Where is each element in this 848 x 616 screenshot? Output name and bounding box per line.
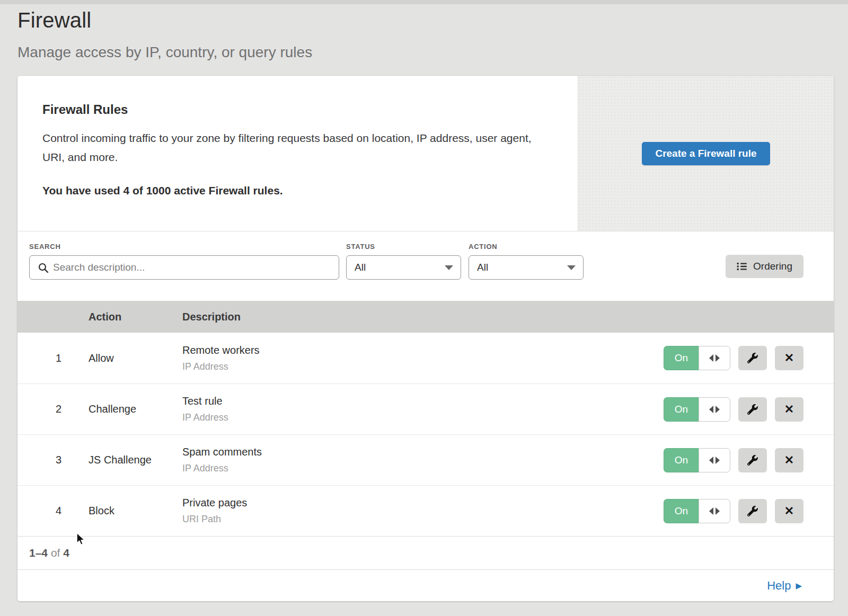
page-subtitle: Manage access by IP, country, or query r…: [17, 44, 848, 61]
intro-text-block: Firewall Rules Control incoming traffic …: [17, 76, 578, 231]
help-link[interactable]: Help ▶: [767, 579, 802, 593]
table-row: 2 Challenge Test rule IP Address On ✕: [17, 383, 834, 434]
rules-table: Action Description 1 Allow Remote worker…: [17, 301, 834, 536]
rule-controls: On ✕: [664, 499, 803, 523]
rule-description: Spam comments: [182, 446, 664, 458]
rule-enabled-toggle[interactable]: On: [664, 397, 730, 422]
wrench-icon: [747, 506, 758, 516]
rule-match-type: IP Address: [182, 361, 664, 372]
delete-rule-button[interactable]: ✕: [775, 397, 803, 422]
rule-action: Allow: [89, 352, 182, 364]
rule-description: Private pages: [182, 497, 664, 509]
close-icon: ✕: [784, 352, 794, 364]
toggle-arrows-icon[interactable]: [699, 448, 730, 472]
status-filter-group: STATUS All: [346, 243, 461, 280]
edit-rule-button[interactable]: [738, 397, 767, 422]
ordering-button[interactable]: Ordering: [726, 255, 803, 278]
filter-bar: SEARCH STATUS All ACTION All: [17, 231, 834, 301]
search-box[interactable]: [29, 255, 339, 280]
action-select-value: All: [477, 262, 488, 273]
close-icon: ✕: [784, 505, 794, 517]
status-label: STATUS: [346, 243, 461, 251]
rule-priority: 2: [17, 403, 89, 415]
rule-action: JS Challenge: [89, 454, 182, 466]
rule-description-cell: Private pages URI Path: [182, 497, 664, 525]
rule-description: Remote workers: [182, 344, 664, 356]
description-column-header: Description: [182, 311, 834, 323]
caret-down-icon: [445, 265, 453, 270]
rule-controls: On ✕: [664, 448, 803, 472]
help-arrow-icon: ▶: [796, 582, 802, 590]
rule-action: Challenge: [89, 403, 182, 415]
close-icon: ✕: [784, 404, 794, 415]
delete-rule-button[interactable]: ✕: [775, 346, 803, 370]
status-select[interactable]: All: [346, 255, 461, 280]
search-icon: [38, 262, 49, 274]
page-top-edge: [0, 0, 848, 4]
intro-description: Control incoming traffic to your zone by…: [42, 129, 546, 166]
help-link-label: Help: [767, 579, 791, 593]
rule-match-type: IP Address: [182, 412, 664, 423]
rule-description-cell: Spam comments IP Address: [182, 446, 664, 474]
pagination-range: 1–4: [29, 547, 48, 559]
rule-priority: 1: [17, 352, 89, 364]
delete-rule-button[interactable]: ✕: [775, 499, 803, 523]
search-group: SEARCH: [29, 243, 339, 280]
firewall-rules-card: Firewall Rules Control incoming traffic …: [17, 76, 834, 601]
action-select[interactable]: All: [469, 255, 584, 280]
toggle-on-label: On: [664, 346, 699, 370]
edit-rule-button[interactable]: [738, 346, 767, 370]
ordering-button-label: Ordering: [753, 261, 792, 272]
intro-heading: Firewall Rules: [42, 102, 556, 117]
caret-down-icon: [567, 265, 576, 270]
delete-rule-button[interactable]: ✕: [775, 448, 803, 472]
table-header: Action Description: [17, 301, 834, 333]
toggle-on-label: On: [664, 499, 699, 523]
rule-match-type: URI Path: [182, 514, 664, 525]
toggle-on-label: On: [664, 397, 699, 422]
toggle-arrows-icon[interactable]: [699, 499, 730, 523]
usage-note: You have used 4 of 1000 active Firewall …: [42, 184, 556, 197]
search-label: SEARCH: [29, 243, 339, 251]
status-select-value: All: [355, 262, 366, 273]
toggle-on-label: On: [664, 448, 699, 472]
pagination-total: 4: [63, 547, 69, 559]
rule-priority: 4: [17, 505, 89, 517]
wrench-icon: [747, 455, 758, 466]
ordering-icon: [737, 262, 747, 271]
rule-match-type: IP Address: [182, 463, 664, 474]
table-row: 1 Allow Remote workers IP Address On ✕: [17, 333, 834, 383]
create-firewall-rule-button[interactable]: Create a Firewall rule: [642, 142, 770, 165]
rule-controls: On ✕: [664, 397, 803, 422]
pagination: 1–4 of 4: [17, 536, 834, 569]
rule-priority: 3: [17, 454, 89, 466]
wrench-icon: [747, 353, 758, 363]
rule-description-cell: Test rule IP Address: [182, 395, 664, 423]
action-label: ACTION: [469, 243, 584, 251]
help-row: Help ▶: [17, 569, 834, 601]
table-row: 4 Block Private pages URI Path On ✕: [17, 485, 834, 536]
edit-rule-button[interactable]: [738, 448, 767, 472]
rule-controls: On ✕: [664, 346, 803, 370]
table-row: 3 JS Challenge Spam comments IP Address …: [17, 434, 834, 485]
close-icon: ✕: [784, 454, 794, 466]
rule-description-cell: Remote workers IP Address: [182, 344, 664, 372]
action-column-header: Action: [89, 311, 182, 323]
toggle-arrows-icon[interactable]: [699, 346, 730, 370]
rule-enabled-toggle[interactable]: On: [664, 448, 730, 472]
rule-action: Block: [89, 505, 182, 517]
create-rule-panel: Create a Firewall rule: [578, 76, 834, 231]
page-header: Firewall Manage access by IP, country, o…: [0, 4, 848, 61]
intro-section: Firewall Rules Control incoming traffic …: [17, 76, 834, 231]
toggle-arrows-icon[interactable]: [699, 397, 730, 422]
rule-enabled-toggle[interactable]: On: [664, 346, 730, 370]
pagination-of: of: [48, 547, 63, 559]
action-filter-group: ACTION All: [469, 243, 584, 280]
rule-description: Test rule: [182, 395, 664, 407]
edit-rule-button[interactable]: [738, 499, 767, 523]
page-title: Firewall: [17, 8, 848, 32]
rule-enabled-toggle[interactable]: On: [664, 499, 730, 523]
search-input[interactable]: [30, 256, 339, 279]
wrench-icon: [747, 404, 758, 415]
